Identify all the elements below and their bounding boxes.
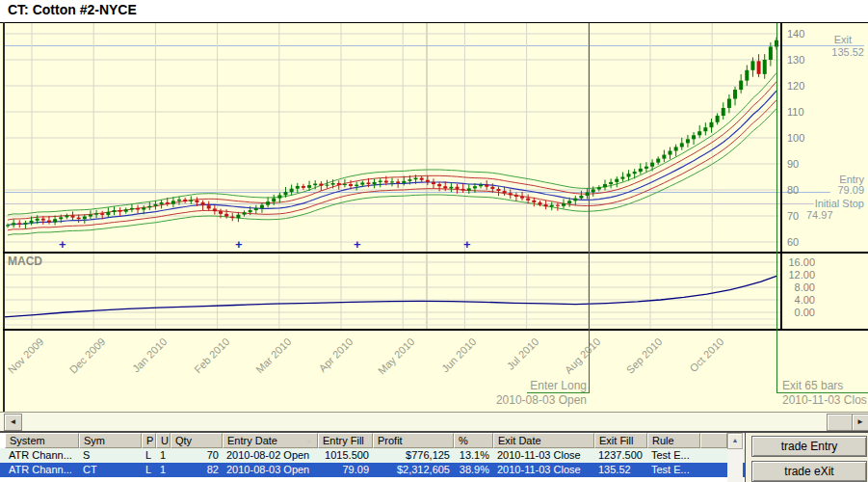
table-cell bbox=[700, 463, 727, 477]
price-tick-label: 90 bbox=[787, 158, 799, 170]
scroll-left-button[interactable]: ◄ bbox=[4, 414, 22, 431]
chart-left-border bbox=[3, 22, 5, 412]
table-cell: $2,312,605 bbox=[373, 463, 454, 477]
table-header-exit-fill[interactable]: Exit Fill bbox=[594, 433, 647, 448]
price-tick-label: 110 bbox=[787, 106, 804, 118]
trade-entry-button[interactable]: trade Entry bbox=[751, 436, 867, 457]
macd-chart-canvas bbox=[4, 254, 780, 329]
trade-exit-button[interactable]: trade eXit bbox=[751, 461, 867, 482]
x-axis-month-label: Sep 2010 bbox=[607, 335, 664, 392]
price-tick-label: 130 bbox=[787, 54, 804, 66]
price-tick-label: 140 bbox=[787, 28, 804, 40]
table-header-entry-date[interactable]: Entry Date▲ bbox=[223, 433, 318, 448]
table-cell: S bbox=[79, 448, 142, 463]
table-header--[interactable]: % bbox=[454, 433, 493, 448]
price-tick-label: 70 bbox=[787, 210, 799, 222]
table-header-entry-fill[interactable]: Entry Fill bbox=[318, 433, 373, 448]
entry-vertical-line bbox=[589, 23, 590, 393]
arrow-right-icon: ► bbox=[856, 417, 864, 426]
exit-bars-label: Exit 65 bars bbox=[782, 380, 843, 392]
enter-long-label: Enter Long bbox=[442, 380, 587, 392]
macd-bottom-border bbox=[3, 329, 868, 331]
table-header-qty[interactable]: Qty bbox=[171, 433, 223, 448]
table-header-profit[interactable]: Profit bbox=[373, 433, 454, 448]
trading-app-window: CT: Cotton #2-NYCE MACD Exit 135.52 Entr… bbox=[0, 0, 868, 482]
table-cell: 1 bbox=[156, 463, 171, 477]
table-cell: 2010-08-02 Open bbox=[223, 448, 318, 463]
table-cell: L bbox=[142, 448, 156, 463]
table-header-u-[interactable]: U. bbox=[156, 433, 171, 448]
macd-tick-label: 8.00 bbox=[782, 281, 815, 293]
price-chart-canvas bbox=[4, 23, 780, 252]
macd-tick-label: 0.00 bbox=[782, 307, 815, 318]
trades-table: SystemSymPU.QtyEntry Date▲Entry FillProf… bbox=[0, 433, 745, 482]
price-tick-label: 120 bbox=[787, 80, 804, 92]
x-axis-month-label: Oct 2010 bbox=[669, 335, 725, 392]
table-cell: 1 bbox=[156, 448, 171, 463]
x-axis-month-label: Nov 2009 bbox=[0, 335, 45, 392]
table-header-rule[interactable]: Rule bbox=[647, 433, 700, 448]
price-tick-label: 100 bbox=[787, 132, 804, 144]
price-tick-label: 80 bbox=[787, 184, 799, 196]
chart-hscrollbar[interactable]: ◄ ► bbox=[0, 413, 868, 431]
table-cell: 2010-11-03 Close bbox=[493, 463, 594, 477]
table-cell: ATR Chann... bbox=[5, 448, 79, 463]
table-vscrollbar[interactable]: ▲ bbox=[727, 433, 743, 482]
table-cell: 38.9% bbox=[454, 463, 493, 477]
macd-tick-label: 16.00 bbox=[782, 256, 815, 268]
table-cell: Test E... bbox=[647, 463, 700, 477]
table-cell: ATR Chann... bbox=[5, 463, 79, 477]
x-axis-month-label: Mar 2010 bbox=[236, 335, 293, 392]
table-header-p[interactable]: P bbox=[142, 433, 156, 448]
x-axis-month-label: Jan 2010 bbox=[112, 335, 169, 392]
table-header-system[interactable]: System bbox=[5, 433, 79, 448]
side-button-panel: trade Entry trade eXit bbox=[746, 433, 868, 482]
macd-tick-label: 4.00 bbox=[782, 294, 815, 306]
stop-annotation-value: 74.97 bbox=[806, 209, 833, 221]
trade-signal-plus-marker: + bbox=[59, 240, 66, 250]
table-cell: L bbox=[142, 463, 156, 477]
table-cell: 13.1% bbox=[454, 448, 493, 463]
table-cell bbox=[700, 448, 727, 463]
stop-annotation-label: Initial Stop bbox=[784, 198, 864, 209]
arrow-up-icon: ▲ bbox=[732, 437, 739, 443]
scroll-right-button[interactable]: ► bbox=[852, 414, 868, 431]
hscroll-thumb[interactable] bbox=[827, 414, 854, 431]
trade-signal-plus-marker: + bbox=[354, 240, 361, 250]
scroll-up-button[interactable]: ▲ bbox=[727, 433, 743, 449]
table-cell: 2010-08-03 Open bbox=[223, 463, 318, 477]
x-axis-month-label: Dec 2009 bbox=[50, 335, 107, 392]
trade-signal-plus-marker: + bbox=[235, 240, 243, 250]
title-bar: CT: Cotton #2-NYCE bbox=[0, 0, 868, 22]
table-cell: 135.52 bbox=[594, 463, 647, 477]
table-cell: Test E... bbox=[647, 448, 700, 463]
table-header-sym[interactable]: Sym bbox=[79, 433, 142, 448]
table-cell: $776,125 bbox=[373, 448, 454, 463]
exit-vertical-line bbox=[776, 23, 777, 393]
macd-panel-label: MACD bbox=[8, 254, 42, 268]
enter-long-date: 2010-08-03 Open bbox=[442, 394, 587, 407]
sort-ascending-icon: ▲ bbox=[305, 437, 313, 445]
x-axis-month-label: May 2010 bbox=[359, 335, 416, 392]
table-cell: 79.09 bbox=[318, 463, 373, 477]
table-header-exit-date[interactable]: Exit Date bbox=[493, 433, 594, 448]
table-row[interactable]: ATR Chann...SL1702010-08-02 Open1015.500… bbox=[0, 448, 745, 463]
table-cell: 1015.500 bbox=[318, 448, 373, 463]
macd-tick-label: 12.00 bbox=[782, 269, 815, 281]
price-macd-divider bbox=[3, 252, 868, 254]
arrow-left-icon: ◄ bbox=[10, 417, 17, 426]
table-cell: 82 bbox=[171, 463, 223, 477]
table-row[interactable]: ATR Chann...CTL1822010-08-03 Open79.09$2… bbox=[0, 463, 745, 477]
table-cell: 1237.500 bbox=[594, 448, 647, 463]
table-cell: 2010-11-03 Close bbox=[493, 448, 594, 463]
table-header-blank[interactable] bbox=[700, 433, 727, 448]
x-axis-month-label: Feb 2010 bbox=[174, 335, 231, 392]
trade-signal-plus-marker: + bbox=[463, 240, 471, 250]
page-title: CT: Cotton #2-NYCE bbox=[8, 2, 137, 17]
price-tick-label: 60 bbox=[787, 236, 799, 248]
exit-bars-date: 2010-11-03 Clos bbox=[782, 394, 867, 407]
table-cell: 70 bbox=[171, 448, 223, 463]
table-cell: CT bbox=[79, 463, 142, 477]
x-axis-month-label: Apr 2010 bbox=[298, 335, 355, 392]
